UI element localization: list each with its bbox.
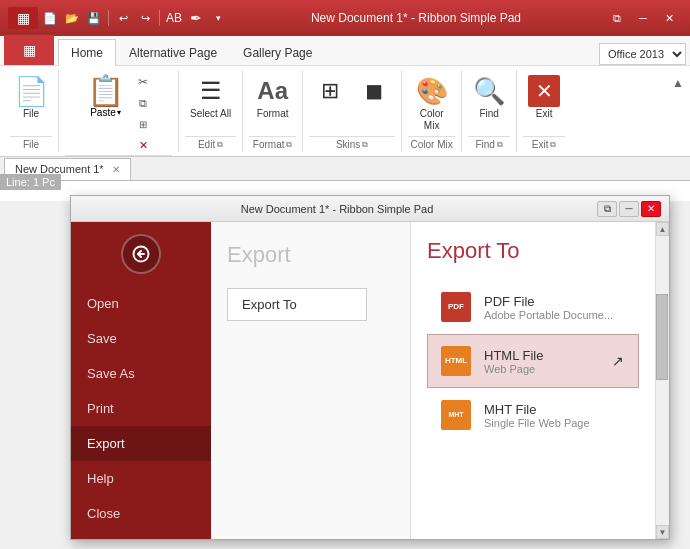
select-all-icon: ☰	[195, 75, 227, 107]
skin-dark-button[interactable]: ◼	[353, 72, 395, 110]
color-mix-icon: 🎨	[416, 75, 448, 107]
nav-open[interactable]: Open	[71, 286, 211, 321]
copy-button[interactable]: ⧉	[132, 93, 154, 113]
export-panel-left: Export Export To	[211, 222, 411, 539]
html-item-text: HTML File Web Page	[484, 348, 602, 375]
scroll-thumb[interactable]	[656, 294, 668, 381]
mht-item-title: MHT File	[484, 402, 628, 417]
ribbon-collapse[interactable]: ▲	[670, 70, 686, 152]
title-bar: ▦ 📄 📂 💾 ↩ ↪ AB ✒ ▾ New Document 1* - Rib…	[0, 0, 690, 36]
skin-office-button[interactable]: ⊞	[309, 72, 351, 110]
qat-dropdown[interactable]: ▾	[208, 8, 228, 28]
file-group-content: 📄 File	[10, 70, 52, 136]
backstage-main: Export Export To Export To PDF PDF Fi	[211, 222, 669, 539]
backstage-close-button[interactable]: ✕	[641, 201, 661, 217]
backstage-minimize-button[interactable]: ─	[619, 201, 639, 217]
export-scrollbar: ▲ ▼	[655, 222, 669, 539]
paste-button[interactable]: 📋 Paste ▾	[83, 72, 128, 120]
tab-home[interactable]: Home	[58, 39, 116, 66]
qat-new[interactable]: 📄	[40, 8, 60, 28]
file-icon: 📄	[15, 75, 47, 107]
scroll-up-button[interactable]: ▲	[656, 222, 669, 236]
color-mix-button[interactable]: 🎨 Color Mix	[411, 72, 453, 134]
mht-item-desc: Single File Web Page	[484, 417, 628, 429]
clear-format-button[interactable]: ✕	[132, 135, 154, 155]
skin-office-icon: ⊞	[314, 75, 346, 107]
ribbon-group-clipboard: 📋 Paste ▾ ✂ ⧉ ⊞ ✕ Paste	[59, 70, 179, 152]
html-item-title: HTML File	[484, 348, 602, 363]
line-status-bar: Line: 1 Pc	[0, 174, 61, 190]
nav-save[interactable]: Save	[71, 321, 211, 356]
paste-dropdown-arrow[interactable]: ▾	[117, 108, 121, 117]
format-button[interactable]: Aa Format	[252, 72, 294, 122]
edit-expand-icon[interactable]: ⧉	[217, 140, 223, 150]
cut-button[interactable]: ✂	[132, 72, 154, 92]
close-button[interactable]: ✕	[656, 5, 682, 31]
ribbon-tab-bar: ▦ Home Alternative Page Gallery Page Off…	[0, 36, 690, 66]
ribbon-group-exit: ✕ Exit Exit ⧉	[517, 70, 571, 152]
back-button[interactable]	[121, 234, 161, 274]
format-painter-button[interactable]: ⊞	[132, 114, 154, 134]
file-button[interactable]: 📄 File	[10, 72, 52, 122]
qat-open[interactable]: 📂	[62, 8, 82, 28]
color-mix-label: Color	[420, 108, 444, 119]
pdf-item-title: PDF File	[484, 294, 628, 309]
format-group-content: Aa Format	[252, 70, 294, 136]
skin-dark-icon: ◼	[358, 75, 390, 107]
ribbon-content: 📄 File File 📋 Paste ▾	[0, 66, 690, 156]
find-label: Find	[479, 108, 498, 119]
edit-group-label: Edit ⧉	[185, 136, 236, 152]
export-to-button-label: Export To	[242, 297, 297, 312]
qat-save[interactable]: 💾	[84, 8, 104, 28]
export-to-button[interactable]: Export To	[227, 288, 367, 321]
color-mix-label2: Mix	[424, 120, 440, 131]
nav-print[interactable]: Print	[71, 391, 211, 426]
document-tab-close[interactable]: ✕	[112, 164, 120, 175]
qat-case[interactable]: AB	[164, 8, 184, 28]
minimize-button[interactable]: ─	[630, 5, 656, 31]
ribbon-group-format: Aa Format Format ⧉	[243, 70, 303, 152]
format-expand-icon[interactable]: ⧉	[286, 140, 292, 150]
clipboard-group-content: 📋 Paste ▾ ✂ ⧉ ⊞ ✕	[83, 70, 154, 155]
find-icon: 🔍	[473, 75, 505, 107]
backstage-window: New Document 1* - Ribbon Simple Pad ⧉ ─ …	[70, 195, 670, 540]
scroll-track	[656, 236, 669, 525]
qat-undo[interactable]: ↩	[113, 8, 133, 28]
find-expand-icon[interactable]: ⧉	[497, 140, 503, 150]
nav-export[interactable]: Export	[71, 426, 211, 461]
nav-help[interactable]: Help	[71, 461, 211, 496]
backstage-restore-button[interactable]: ⧉	[597, 201, 617, 217]
line-info: Line: 1 Pc	[6, 176, 55, 188]
nav-save-as[interactable]: Save As	[71, 356, 211, 391]
find-button[interactable]: 🔍 Find	[468, 72, 510, 122]
tab-alternative-page[interactable]: Alternative Page	[116, 39, 230, 65]
mht-item-text: MHT File Single File Web Page	[484, 402, 628, 429]
window-title: New Document 1* - Ribbon Simple Pad	[228, 11, 604, 25]
colormix-group-content: 🎨 Color Mix	[411, 70, 453, 136]
export-item-html[interactable]: HTML HTML File Web Page ↗	[427, 334, 639, 388]
qat-pen[interactable]: ✒	[186, 8, 206, 28]
tab-home-left[interactable]: ▦	[4, 35, 54, 65]
exit-expand-icon[interactable]: ⧉	[550, 140, 556, 150]
office-theme-select[interactable]: Office 2013 Office 2016	[599, 43, 686, 65]
export-item-mht[interactable]: MHT MHT File Single File Web Page	[427, 388, 639, 442]
select-all-button[interactable]: ☰ Select All	[185, 72, 236, 122]
pdf-file-icon: PDF	[438, 289, 474, 325]
skins-expand-icon[interactable]: ⧉	[362, 140, 368, 150]
ribbon-group-skins: ⊞ ◼ Skins ⧉	[303, 70, 402, 152]
export-panel-right: Export To PDF PDF File Adobe Portable Do…	[411, 222, 655, 539]
pdf-item-text: PDF File Adobe Portable Docume...	[484, 294, 628, 321]
scroll-down-button[interactable]: ▼	[656, 525, 669, 539]
window-controls: ⧉ ─ ✕	[604, 5, 682, 31]
export-item-pdf[interactable]: PDF PDF File Adobe Portable Docume...	[427, 280, 639, 334]
exit-button[interactable]: ✕ Exit	[523, 72, 565, 122]
exit-icon: ✕	[528, 75, 560, 107]
ribbon-group-find: 🔍 Find Find ⧉	[462, 70, 517, 152]
app-menu-button[interactable]: ▦	[8, 7, 38, 29]
qat-redo[interactable]: ↪	[135, 8, 155, 28]
cursor-indicator: ↗	[612, 353, 624, 369]
restore-button[interactable]: ⧉	[604, 5, 630, 31]
exit-group-content: ✕ Exit	[523, 70, 565, 136]
tab-gallery-page[interactable]: Gallery Page	[230, 39, 325, 65]
nav-close[interactable]: Close	[71, 496, 211, 531]
